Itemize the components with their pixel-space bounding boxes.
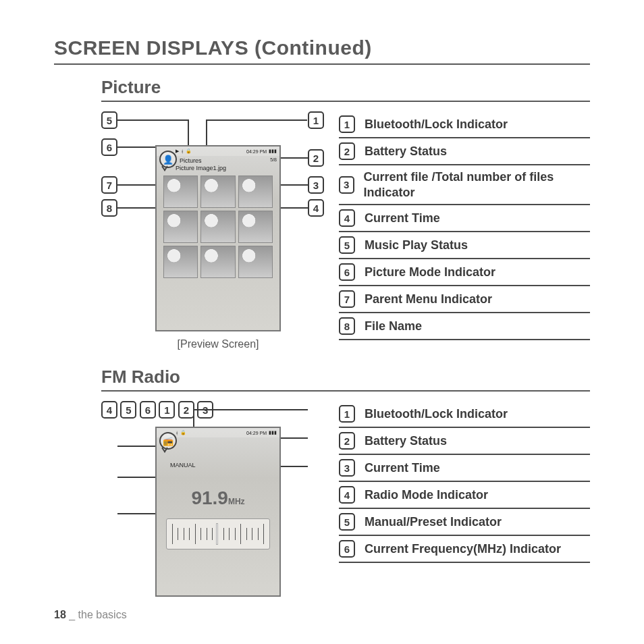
battery-icon: ▮▮▮ xyxy=(269,430,277,435)
legend-text: Parent Menu Indicator xyxy=(365,292,492,307)
legend-num: 1 xyxy=(339,405,355,423)
thumbnail xyxy=(163,246,198,278)
manual-preset-label: MANUAL xyxy=(170,462,279,468)
tuning-dial xyxy=(166,518,270,549)
callout-1: 1 xyxy=(308,111,324,129)
legend-text: Current Time xyxy=(365,211,440,226)
callout-8: 8 xyxy=(101,199,117,217)
footer-separator: _ xyxy=(69,609,78,620)
legend-num: 6 xyxy=(339,263,355,281)
legend-text: Battery Status xyxy=(365,144,447,159)
legend-row: 5Manual/Preset Indicator xyxy=(339,509,590,536)
legend-num: 5 xyxy=(339,236,355,254)
thumbnail xyxy=(200,211,235,243)
frequency-value: 91.9 xyxy=(191,487,228,508)
footer-label: the basics xyxy=(78,609,127,620)
legend-text: Music Play Status xyxy=(365,238,468,253)
legend-num: 3 xyxy=(339,176,354,194)
legend-num: 3 xyxy=(339,459,355,477)
picture-diagram: 5 6 7 8 1 2 3 4 xyxy=(101,111,324,348)
legend-text: Picture Mode Indicator xyxy=(365,265,495,280)
legend-row: 2Battery Status xyxy=(339,428,590,455)
thumbnail xyxy=(163,211,198,243)
callout-6: 6 xyxy=(140,401,156,419)
bluetooth-icon: ᚼ xyxy=(181,149,184,154)
legend-num: 4 xyxy=(339,486,355,504)
thumbnail xyxy=(238,176,273,208)
legend-text: Current Frequency(MHz) Indicator xyxy=(365,541,561,557)
device-preview: ▶ ᚼ 🔒 04:29 PM ▮▮▮ 👤 Pictures 5/8 xyxy=(155,145,281,331)
diagram-caption: [Preview Screen] xyxy=(155,338,281,350)
legend-text: Battery Status xyxy=(365,433,447,449)
lock-icon: 🔒 xyxy=(180,430,186,435)
legend-text: Current Time xyxy=(365,460,440,476)
legend-row: 8File Name xyxy=(339,313,590,340)
legend-text: Manual/Preset Indicator xyxy=(365,514,502,530)
legend-text: File Name xyxy=(365,319,422,334)
callout-5: 5 xyxy=(120,401,136,419)
thumbnail xyxy=(200,246,235,278)
device-fm: ᚼ 🔒 04:29 PM ▮▮▮ 📻 MANUAL 91.9MHz xyxy=(155,427,281,597)
thumbnail xyxy=(163,176,198,208)
legend-row: 4Current Time xyxy=(339,205,590,232)
picture-section: Picture 5 6 7 8 1 2 3 4 xyxy=(101,77,590,348)
legend-row: 3Current Time xyxy=(339,455,590,482)
thumbnail xyxy=(238,246,273,278)
callout-4: 4 xyxy=(101,401,117,419)
legend-num: 6 xyxy=(339,540,355,558)
thumbnail-grid xyxy=(163,176,273,278)
clock-text: 04:29 PM xyxy=(246,431,267,435)
callout-3: 3 xyxy=(308,176,324,194)
legend-row: 6Picture Mode Indicator xyxy=(339,259,590,286)
divider xyxy=(101,390,590,392)
page-number: 18 xyxy=(54,609,66,620)
picture-legend: 1Bluetooth/Lock Indicator 2Battery Statu… xyxy=(339,111,590,340)
page-title: SCREEN DISPLAYS (Continued) xyxy=(54,36,590,59)
legend-num: 2 xyxy=(339,432,355,450)
legend-num: 4 xyxy=(339,209,355,227)
legend-num: 5 xyxy=(339,513,355,531)
frequency-display: 91.9MHz xyxy=(157,487,279,509)
legend-num: 7 xyxy=(339,290,355,308)
callout-6: 6 xyxy=(101,138,117,156)
radio-mode-icon: 📻 xyxy=(159,432,177,450)
picture-heading: Picture xyxy=(101,77,590,98)
clock-text: 04:29 PM xyxy=(246,149,267,154)
callout-5: 5 xyxy=(101,111,117,129)
picture-mode-icon: 👤 xyxy=(159,151,177,168)
legend-num: 8 xyxy=(339,317,355,335)
fm-legend: 1Bluetooth/Lock Indicator 2Battery Statu… xyxy=(339,401,590,563)
frequency-unit: MHz xyxy=(228,497,245,506)
legend-row: 7Parent Menu Indicator xyxy=(339,286,590,313)
legend-row: 1Bluetooth/Lock Indicator xyxy=(339,401,590,428)
divider xyxy=(54,63,590,65)
legend-row: 6Current Frequency(MHz) Indicator xyxy=(339,536,590,563)
fm-section: FM Radio 4 5 6 1 2 3 xyxy=(101,367,590,603)
legend-num: 1 xyxy=(339,115,355,133)
thumbnail xyxy=(200,176,235,208)
legend-row: 2Battery Status xyxy=(339,138,590,165)
thumbnail xyxy=(238,211,273,243)
divider xyxy=(101,101,590,102)
legend-text: Current file /Total number of files Indi… xyxy=(364,169,591,200)
callout-2: 2 xyxy=(178,401,194,419)
lock-icon: 🔒 xyxy=(186,149,192,154)
fm-heading: FM Radio xyxy=(101,367,590,387)
file-name-label: Picture Image1.jpg xyxy=(176,165,279,171)
legend-text: Radio Mode Indicator xyxy=(365,487,488,503)
fm-diagram: 4 5 6 1 2 3 xyxy=(101,401,324,603)
legend-row: 4Radio Mode Indicator xyxy=(339,482,590,509)
legend-text: Bluetooth/Lock Indicator xyxy=(365,406,508,422)
legend-row: 3Current file /Total number of files Ind… xyxy=(339,165,590,205)
battery-icon: ▮▮▮ xyxy=(269,149,277,154)
callout-4: 4 xyxy=(308,199,324,217)
callout-7: 7 xyxy=(101,176,117,194)
legend-num: 2 xyxy=(339,142,355,160)
page-footer: 18 _ the basics xyxy=(54,609,127,621)
legend-text: Bluetooth/Lock Indicator xyxy=(365,117,508,132)
bluetooth-icon: ᚼ xyxy=(176,431,178,435)
callout-1: 1 xyxy=(159,401,175,419)
legend-row: 1Bluetooth/Lock Indicator xyxy=(339,111,590,138)
callout-2: 2 xyxy=(308,149,324,167)
play-icon: ▶ xyxy=(176,149,179,154)
